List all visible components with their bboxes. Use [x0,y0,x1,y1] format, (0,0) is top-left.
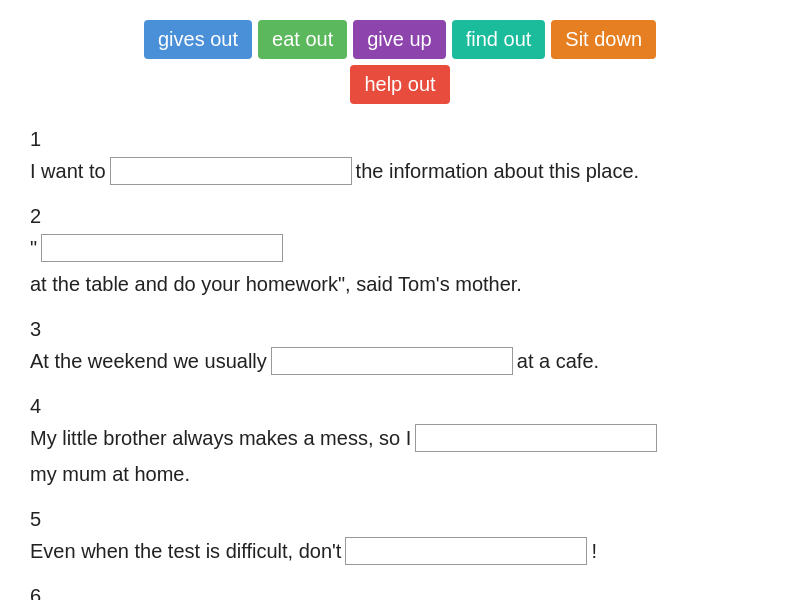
question-text-5-0: Even when the test is difficult, don't [30,535,341,567]
question-number-4: 4 [30,395,770,418]
word-chip-help-out[interactable]: help out [350,65,449,104]
word-chip-give-up[interactable]: give up [353,20,446,59]
question-line-4: My little brother always makes a mess, s… [30,422,770,490]
answer-input-2[interactable] [41,234,283,262]
answer-input-4[interactable] [415,424,657,452]
question-number-6: 6 [30,585,770,600]
question-text-2-0: " [30,232,37,264]
answer-input-3[interactable] [271,347,513,375]
question-line-1: I want tothe information about this plac… [30,155,770,187]
question-number-2: 2 [30,205,770,228]
question-number-3: 3 [30,318,770,341]
answer-input-1[interactable] [110,157,352,185]
question-block-4: 4My little brother always makes a mess, … [30,395,770,490]
question-text-3-0: At the weekend we usually [30,345,267,377]
question-line-2: "at the table and do your homework", sai… [30,232,770,300]
question-block-5: 5Even when the test is difficult, don't! [30,508,770,567]
word-chip-gives-out[interactable]: gives out [144,20,252,59]
question-number-5: 5 [30,508,770,531]
question-block-6: 6Before the test the teacher alwaysthe w… [30,585,770,600]
question-text-1-0: I want to [30,155,106,187]
question-block-3: 3At the weekend we usuallyat a cafe. [30,318,770,377]
question-text-4-0: My little brother always makes a mess, s… [30,422,411,454]
question-text-3-2: at a cafe. [517,345,599,377]
word-chip-eat-out[interactable]: eat out [258,20,347,59]
question-text-2-2: at the table and do your homework", said… [30,268,522,300]
question-line-3: At the weekend we usuallyat a cafe. [30,345,770,377]
questions-container: 1I want tothe information about this pla… [30,128,770,600]
question-text-5-2: ! [591,535,597,567]
question-text-4-2: my mum at home. [30,458,190,490]
question-block-1: 1I want tothe information about this pla… [30,128,770,187]
answer-input-5[interactable] [345,537,587,565]
question-text-1-2: the information about this place. [356,155,640,187]
question-block-2: 2"at the table and do your homework", sa… [30,205,770,300]
word-chip-sit-down[interactable]: Sit down [551,20,656,59]
word-chip-find-out[interactable]: find out [452,20,546,59]
question-line-5: Even when the test is difficult, don't! [30,535,770,567]
word-bank: gives outeat outgive upfind outSit downh… [30,20,770,104]
question-number-1: 1 [30,128,770,151]
